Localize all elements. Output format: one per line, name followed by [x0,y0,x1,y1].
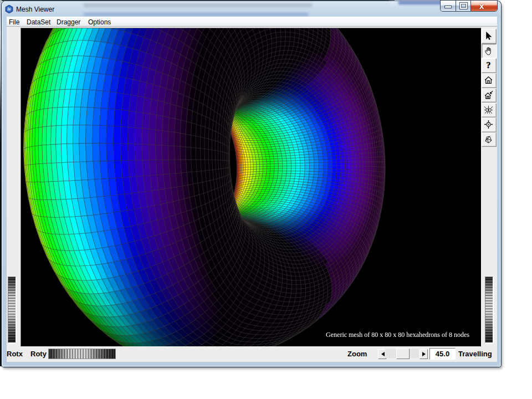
svg-text:?: ? [487,61,491,70]
svg-text:iv: iv [8,7,11,12]
